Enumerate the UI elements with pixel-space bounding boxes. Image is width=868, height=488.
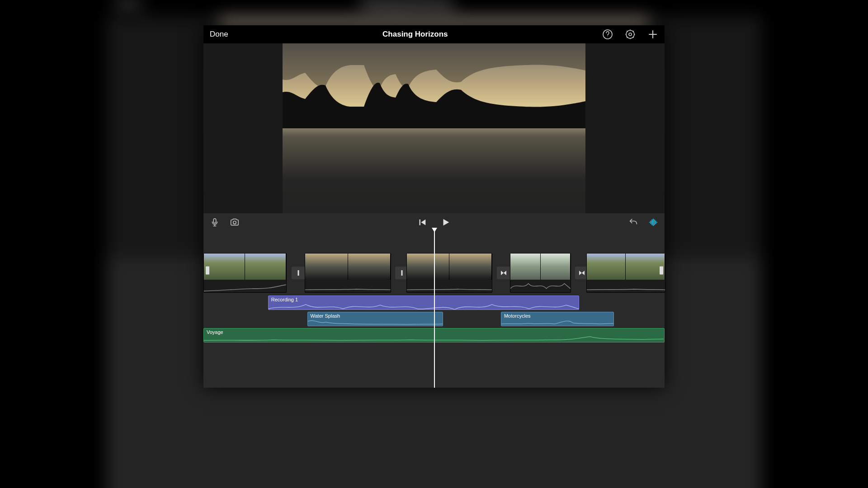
transition-crossfade-icon[interactable] <box>497 267 510 279</box>
preview-canvas <box>283 43 585 213</box>
svg-point-1 <box>607 37 608 37</box>
svg-rect-8 <box>401 270 403 276</box>
svg-rect-4 <box>213 219 216 223</box>
clip-left-handle[interactable] <box>206 267 209 275</box>
undo-icon[interactable] <box>628 217 638 227</box>
video-clip[interactable] <box>305 253 391 293</box>
audio-clip-label: Recording 1 <box>271 297 298 302</box>
preview-viewport[interactable] <box>203 43 665 213</box>
audio-clip-water-splash[interactable]: Water Splash <box>307 312 443 326</box>
gear-icon[interactable] <box>625 29 636 40</box>
microphone-icon[interactable] <box>210 217 220 227</box>
video-editor-window: Done Chasing Horizons <box>203 25 665 388</box>
done-button[interactable]: Done <box>210 30 228 39</box>
project-title: Chasing Horizons <box>228 30 602 39</box>
audio-clip-motorcycles[interactable]: Motorcycles <box>501 312 614 326</box>
audio-clip-recording[interactable]: Recording 1 <box>268 296 580 310</box>
svg-point-3 <box>629 33 632 36</box>
video-clip[interactable] <box>406 253 493 293</box>
svg-rect-6 <box>420 220 420 225</box>
add-icon[interactable] <box>647 29 658 40</box>
timeline[interactable]: Recording 1 Water Splash Motorcycles Voy… <box>203 231 665 388</box>
video-clip[interactable] <box>203 253 287 293</box>
svg-point-5 <box>233 221 236 224</box>
transition-cut-icon[interactable] <box>292 267 305 279</box>
audio-clip-label: Motorcycles <box>504 313 531 319</box>
audio-clip-label: Water Splash <box>311 313 340 319</box>
audio-clip-label: Voyage <box>207 329 223 335</box>
help-icon[interactable] <box>602 29 613 40</box>
video-clip[interactable] <box>510 253 571 293</box>
title-bar: Done Chasing Horizons <box>203 25 665 43</box>
svg-rect-7 <box>297 270 299 276</box>
title-bar-actions <box>602 29 658 40</box>
camera-icon[interactable] <box>230 217 240 227</box>
play-icon[interactable] <box>441 217 451 227</box>
skip-back-icon[interactable] <box>417 217 427 227</box>
video-clip[interactable] <box>586 253 665 293</box>
waveform-icon[interactable] <box>648 217 658 227</box>
clip-right-handle[interactable] <box>660 267 663 275</box>
playhead[interactable] <box>434 231 435 388</box>
